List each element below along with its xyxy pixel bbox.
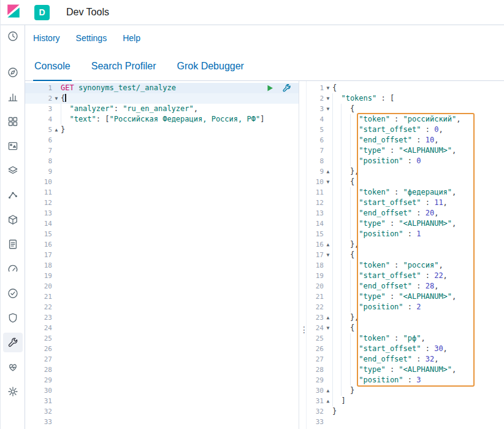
code-line[interactable]: 16	[25, 239, 299, 250]
fold-open-icon[interactable]: ▼	[324, 323, 332, 333]
code-line[interactable]: 3▼{	[307, 104, 504, 114]
code-line[interactable]: 21"type" : "<ALPHANUM>",	[307, 292, 504, 302]
sidebar-item-stack-monitoring[interactable]	[3, 357, 23, 377]
request-editor[interactable]: 1GET synonyms_test/_analyze2▼{3"analyzer…	[25, 81, 299, 429]
sidebar-item-siem[interactable]	[3, 308, 23, 328]
code-line[interactable]: 10	[25, 177, 299, 187]
code-line[interactable]: 12	[25, 198, 299, 208]
tab-console[interactable]: Console	[33, 61, 72, 80]
menu-link-history[interactable]: History	[33, 33, 60, 43]
code-line[interactable]: 9▲},	[307, 166, 504, 177]
sidebar-item-apm[interactable]	[3, 259, 23, 279]
code-line[interactable]: 30	[25, 385, 299, 396]
code-line[interactable]: 24▼{	[307, 323, 504, 333]
code-line[interactable]: 29"position" : 3	[307, 375, 504, 385]
code-line[interactable]: 8	[25, 156, 299, 166]
code-line[interactable]: 22"position" : 2	[307, 302, 504, 312]
code-line[interactable]: 25"token" : "рф",	[307, 333, 504, 344]
menu-link-help[interactable]: Help	[123, 33, 140, 43]
code-line[interactable]: 18	[25, 260, 299, 271]
space-badge[interactable]: D	[34, 5, 50, 20]
sidebar-item-management[interactable]	[3, 382, 23, 401]
code-line[interactable]: 31	[25, 396, 299, 406]
code-line[interactable]: 5"start_offset" : 0,	[307, 125, 504, 135]
code-line[interactable]: 23	[25, 312, 299, 323]
fold-open-icon[interactable]: ▼	[52, 93, 61, 104]
code-line[interactable]: 25	[25, 333, 299, 344]
code-line[interactable]: 26"start_offset" : 30,	[307, 344, 504, 354]
fold-close-icon[interactable]: ▲	[324, 239, 332, 250]
code-line[interactable]: 31▲]	[307, 396, 504, 406]
code-line[interactable]: 7	[25, 145, 299, 156]
sidebar-item-recently-viewed[interactable]	[3, 26, 23, 46]
code-line[interactable]: 21	[25, 292, 299, 302]
code-line[interactable]: 1▼{	[307, 83, 504, 93]
code-line[interactable]: 15"position" : 1	[307, 229, 504, 239]
code-line[interactable]: 20"end_offset" : 28,	[307, 281, 504, 292]
code-line[interactable]: 6	[25, 135, 299, 145]
code-line[interactable]: 32	[25, 406, 299, 417]
code-line[interactable]: 3"analyzer": "ru_en_analyzer",	[25, 104, 299, 114]
code-line[interactable]: 33	[307, 417, 504, 427]
sidebar-item-visualize[interactable]	[3, 87, 23, 107]
code-line[interactable]: 9	[25, 166, 299, 177]
code-line[interactable]: 14	[25, 218, 299, 229]
sidebar-item-maps[interactable]	[3, 161, 23, 180]
send-request-button[interactable]	[266, 84, 274, 94]
code-line[interactable]: 33	[25, 417, 299, 427]
code-line[interactable]: 6"end_offset" : 10,	[307, 135, 504, 145]
code-line[interactable]: 2▼{	[25, 93, 299, 104]
code-line[interactable]: 2▼"tokens" : [	[307, 93, 504, 104]
tab-grok-debugger[interactable]: Grok Debugger	[176, 61, 245, 80]
code-line[interactable]: 23▲},	[307, 312, 504, 323]
code-line[interactable]: 17	[25, 250, 299, 260]
sidebar-item-uptime[interactable]	[3, 284, 23, 303]
fold-close-icon[interactable]: ▲	[324, 396, 332, 406]
sidebar-item-dev-tools[interactable]	[3, 333, 23, 352]
fold-close-icon[interactable]: ▲	[324, 385, 332, 396]
code-line[interactable]: 32}	[307, 406, 504, 417]
sidebar-item-infrastructure[interactable]	[3, 210, 23, 230]
fold-open-icon[interactable]: ▼	[324, 250, 332, 260]
sidebar-item-dashboard[interactable]	[3, 112, 23, 131]
request-options-button[interactable]	[282, 83, 291, 95]
code-line[interactable]: 13	[25, 208, 299, 218]
code-line[interactable]: 15	[25, 229, 299, 239]
fold-close-icon[interactable]: ▲	[324, 166, 332, 177]
code-line[interactable]: 11	[25, 187, 299, 198]
code-line[interactable]: 4"token" : "российский",	[307, 114, 504, 125]
code-line[interactable]: 19	[25, 271, 299, 281]
pane-resizer[interactable]: ⋮	[299, 81, 307, 429]
code-line[interactable]: 27	[25, 354, 299, 365]
code-line[interactable]: 22	[25, 302, 299, 312]
code-line[interactable]: 14"type" : "<ALPHANUM>",	[307, 218, 504, 229]
sidebar-item-logs[interactable]	[3, 234, 23, 254]
code-line[interactable]: 8"position" : 0	[307, 156, 504, 166]
fold-open-icon[interactable]: ▼	[324, 104, 332, 114]
fold-open-icon[interactable]: ▼	[324, 177, 332, 187]
code-line[interactable]: 12"start_offset" : 11,	[307, 198, 504, 208]
sidebar-item-machine-learning[interactable]	[3, 185, 23, 205]
code-line[interactable]: 7"type" : "<ALPHANUM>",	[307, 145, 504, 156]
code-line[interactable]: 10▼{	[307, 177, 504, 187]
code-line[interactable]: 29	[25, 375, 299, 385]
code-line[interactable]: 1GET synonyms_test/_analyze	[25, 83, 299, 93]
fold-open-icon[interactable]: ▼	[324, 83, 332, 93]
code-line[interactable]: 24	[25, 323, 299, 333]
code-line[interactable]: 28"type" : "<ALPHANUM>",	[307, 365, 504, 375]
code-line[interactable]: 5▲}	[25, 125, 299, 135]
kibana-logo[interactable]	[1, 3, 26, 21]
code-line[interactable]: 11"token" : "федерация",	[307, 187, 504, 198]
code-line[interactable]: 27"end_offset" : 32,	[307, 354, 504, 365]
fold-close-icon[interactable]: ▲	[324, 312, 332, 323]
fold-close-icon[interactable]: ▲	[52, 125, 61, 135]
code-line[interactable]: 26	[25, 344, 299, 354]
sidebar-item-canvas[interactable]	[3, 136, 23, 156]
code-line[interactable]: 19"start_offset" : 22,	[307, 271, 504, 281]
menu-link-settings[interactable]: Settings	[76, 33, 107, 43]
code-line[interactable]: 16▲},	[307, 239, 504, 250]
code-line[interactable]: 4"text": ["Российская Федерация, Россия,…	[25, 114, 299, 125]
code-line[interactable]: 17▼{	[307, 250, 504, 260]
code-line[interactable]: 20	[25, 281, 299, 292]
tab-search-profiler[interactable]: Search Profiler	[90, 61, 158, 80]
